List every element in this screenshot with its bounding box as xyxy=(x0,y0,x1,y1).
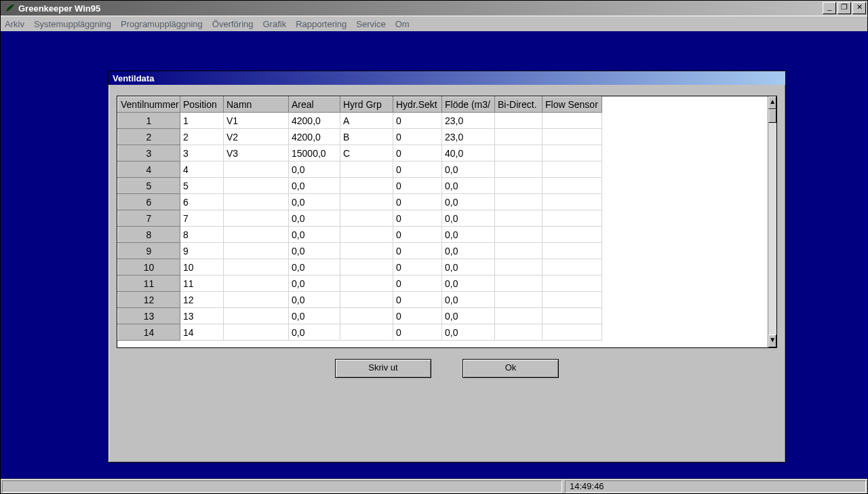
cell-namn[interactable] xyxy=(224,243,289,259)
menu-arkiv[interactable]: Arkiv xyxy=(5,19,24,29)
cell-bidirect[interactable] xyxy=(495,259,542,276)
grid-scrollbar[interactable]: ▲ ▼ xyxy=(768,96,776,347)
ventildata-grid[interactable]: Ventilnummer Position Namn Areal Hyrd Gr… xyxy=(117,96,768,341)
maximize-button[interactable]: ❐ xyxy=(837,2,851,14)
cell-hydrsekt[interactable]: 0 xyxy=(393,227,442,243)
cell-position[interactable]: 2 xyxy=(180,129,224,145)
cell-position[interactable]: 5 xyxy=(180,178,224,194)
cell-hyrdgrp[interactable] xyxy=(340,259,393,276)
col-position[interactable]: Position xyxy=(180,97,224,113)
col-hyrdgrp[interactable]: Hyrd Grp xyxy=(340,97,393,113)
cell-ventilnummer[interactable]: 3 xyxy=(118,145,180,162)
cell-flowsensor[interactable] xyxy=(542,162,602,178)
cell-ventilnummer[interactable]: 14 xyxy=(118,324,180,341)
cell-hyrdgrp[interactable] xyxy=(340,243,393,259)
scroll-up-icon[interactable]: ▲ xyxy=(768,96,776,109)
cell-flode[interactable]: 0,0 xyxy=(442,210,495,227)
minimize-button[interactable]: _ xyxy=(823,2,836,14)
cell-position[interactable]: 10 xyxy=(180,259,224,276)
table-row[interactable]: 550,000,0 xyxy=(118,178,768,194)
cell-hyrdgrp[interactable] xyxy=(340,178,393,194)
cell-position[interactable]: 9 xyxy=(180,243,224,259)
cell-hydrsekt[interactable]: 0 xyxy=(393,145,442,162)
cell-bidirect[interactable] xyxy=(495,210,542,227)
cell-flode[interactable]: 23,0 xyxy=(442,113,495,129)
scroll-track[interactable] xyxy=(768,109,776,335)
cell-position[interactable]: 14 xyxy=(180,324,224,341)
cell-position[interactable]: 13 xyxy=(180,308,224,324)
cell-flode[interactable]: 0,0 xyxy=(442,259,495,276)
table-row[interactable]: 14140,000,0 xyxy=(118,324,768,341)
cell-position[interactable]: 6 xyxy=(180,194,224,210)
cell-namn[interactable] xyxy=(224,259,289,276)
cell-flowsensor[interactable] xyxy=(542,145,602,162)
ok-button[interactable]: Ok xyxy=(462,359,559,378)
cell-areal[interactable]: 0,0 xyxy=(289,243,340,259)
table-row[interactable]: 12120,000,0 xyxy=(118,292,768,308)
table-row[interactable]: 22V24200,0B023,0 xyxy=(118,129,768,145)
cell-flowsensor[interactable] xyxy=(542,324,602,341)
cell-areal[interactable]: 4200,0 xyxy=(289,129,340,145)
cell-flode[interactable]: 0,0 xyxy=(442,227,495,243)
cell-ventilnummer[interactable]: 8 xyxy=(118,227,180,243)
cell-bidirect[interactable] xyxy=(495,178,542,194)
cell-namn[interactable] xyxy=(224,227,289,243)
cell-flode[interactable]: 40,0 xyxy=(442,145,495,162)
menu-program[interactable]: Programuppläggning xyxy=(121,19,203,29)
cell-areal[interactable]: 0,0 xyxy=(289,324,340,341)
cell-bidirect[interactable] xyxy=(495,324,542,341)
cell-ventilnummer[interactable]: 10 xyxy=(118,259,180,276)
cell-hydrsekt[interactable]: 0 xyxy=(393,292,442,308)
cell-position[interactable]: 8 xyxy=(180,227,224,243)
cell-hydrsekt[interactable]: 0 xyxy=(393,210,442,227)
cell-bidirect[interactable] xyxy=(495,145,542,162)
cell-hyrdgrp[interactable] xyxy=(340,324,393,341)
cell-bidirect[interactable] xyxy=(495,162,542,178)
table-row[interactable]: 13130,000,0 xyxy=(118,308,768,324)
cell-hydrsekt[interactable]: 0 xyxy=(393,194,442,210)
cell-hydrsekt[interactable]: 0 xyxy=(393,113,442,129)
col-hydrsekt[interactable]: Hydr.Sekt xyxy=(393,97,442,113)
cell-ventilnummer[interactable]: 12 xyxy=(118,292,180,308)
menu-om[interactable]: Om xyxy=(395,19,410,29)
cell-areal[interactable]: 0,0 xyxy=(289,308,340,324)
cell-hydrsekt[interactable]: 0 xyxy=(393,308,442,324)
cell-flode[interactable]: 23,0 xyxy=(442,129,495,145)
cell-position[interactable]: 1 xyxy=(180,113,224,129)
table-row[interactable]: 770,000,0 xyxy=(118,210,768,227)
cell-flode[interactable]: 0,0 xyxy=(442,178,495,194)
col-areal[interactable]: Areal xyxy=(289,97,340,113)
scroll-down-icon[interactable]: ▼ xyxy=(768,335,776,347)
cell-areal[interactable]: 0,0 xyxy=(289,194,340,210)
cell-position[interactable]: 12 xyxy=(180,292,224,308)
cell-hyrdgrp[interactable] xyxy=(340,227,393,243)
cell-position[interactable]: 7 xyxy=(180,210,224,227)
cell-flode[interactable]: 0,0 xyxy=(442,194,495,210)
cell-namn[interactable] xyxy=(224,308,289,324)
cell-hyrdgrp[interactable] xyxy=(340,308,393,324)
cell-bidirect[interactable] xyxy=(495,243,542,259)
cell-hyrdgrp[interactable] xyxy=(340,162,393,178)
cell-namn[interactable] xyxy=(224,292,289,308)
cell-flowsensor[interactable] xyxy=(542,276,602,292)
cell-flode[interactable]: 0,0 xyxy=(442,324,495,341)
cell-position[interactable]: 4 xyxy=(180,162,224,178)
cell-hyrdgrp[interactable] xyxy=(340,210,393,227)
table-row[interactable]: 880,000,0 xyxy=(118,227,768,243)
cell-bidirect[interactable] xyxy=(495,292,542,308)
menu-service[interactable]: Service xyxy=(356,19,385,29)
cell-flowsensor[interactable] xyxy=(542,194,602,210)
cell-bidirect[interactable] xyxy=(495,276,542,292)
cell-namn[interactable] xyxy=(224,210,289,227)
cell-namn[interactable]: V3 xyxy=(224,145,289,162)
cell-flowsensor[interactable] xyxy=(542,113,602,129)
table-row[interactable]: 11110,000,0 xyxy=(118,276,768,292)
cell-areal[interactable]: 4200,0 xyxy=(289,113,340,129)
table-row[interactable]: 660,000,0 xyxy=(118,194,768,210)
close-button[interactable]: ✕ xyxy=(852,2,866,14)
cell-flode[interactable]: 0,0 xyxy=(442,243,495,259)
cell-flowsensor[interactable] xyxy=(542,292,602,308)
cell-namn[interactable] xyxy=(224,178,289,194)
cell-hydrsekt[interactable]: 0 xyxy=(393,162,442,178)
cell-ventilnummer[interactable]: 7 xyxy=(118,210,180,227)
